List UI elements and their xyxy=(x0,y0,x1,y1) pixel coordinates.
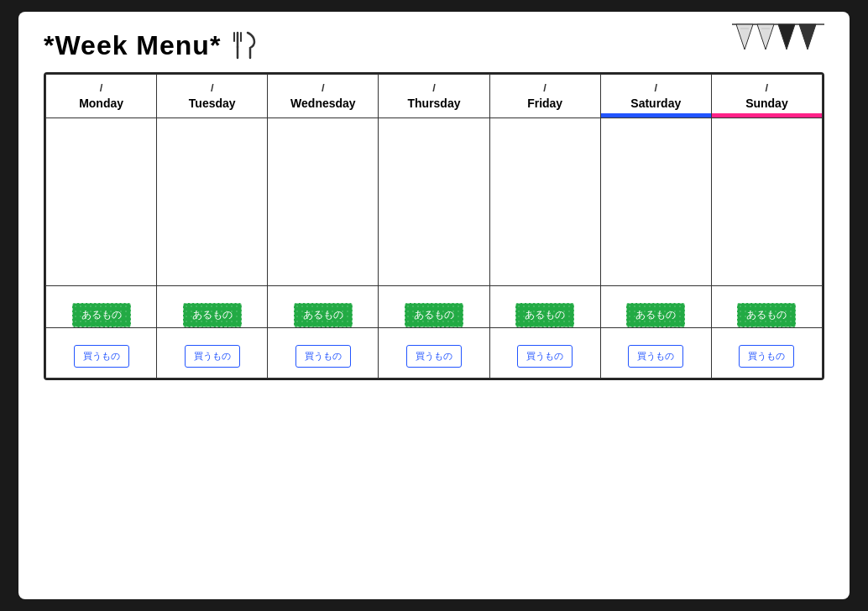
kaumo-sunday[interactable]: 買うもの xyxy=(711,328,822,379)
green-badge-tuesday[interactable]: あるもの xyxy=(183,303,242,327)
arumo-tuesday[interactable]: あるもの xyxy=(157,286,268,328)
green-badge-friday[interactable]: あるもの xyxy=(515,303,574,327)
header-friday: / Friday xyxy=(489,75,600,118)
arumo-sunday[interactable]: あるもの xyxy=(711,286,822,328)
meal-wednesday[interactable] xyxy=(268,118,379,286)
green-badge-saturday[interactable]: あるもの xyxy=(626,303,685,327)
header-wednesday: / Wednesday xyxy=(268,75,379,118)
page-header: *Week Menu* xyxy=(44,29,824,62)
svg-marker-4 xyxy=(799,24,816,50)
meal-row xyxy=(46,118,823,286)
kaumo-row: 買うもの 買うもの 買うもの 買うもの 買うもの 買うもの xyxy=(46,328,823,379)
green-badge-thursday[interactable]: あるもの xyxy=(405,303,463,327)
green-badge-sunday[interactable]: あるもの xyxy=(737,303,796,327)
header-thursday: / Thursday xyxy=(379,75,489,118)
kaumo-tuesday[interactable]: 買うもの xyxy=(157,328,268,379)
blue-badge-sunday[interactable]: 買うもの xyxy=(739,345,794,368)
meal-thursday[interactable] xyxy=(379,118,489,286)
meal-sunday[interactable] xyxy=(711,118,822,286)
page-title: *Week Menu* xyxy=(44,30,221,61)
green-badge-monday[interactable]: あるもの xyxy=(72,303,131,327)
blue-badge-wednesday[interactable]: 買うもの xyxy=(295,345,351,368)
svg-marker-3 xyxy=(778,24,795,50)
blue-badge-friday[interactable]: 買うもの xyxy=(517,345,573,368)
svg-marker-2 xyxy=(757,24,774,50)
header-sunday: / Sunday xyxy=(711,75,822,118)
kaumo-wednesday[interactable]: 買うもの xyxy=(268,328,379,379)
blue-badge-tuesday[interactable]: 買うもの xyxy=(185,345,240,368)
green-badge-wednesday[interactable]: あるもの xyxy=(294,303,353,327)
meal-saturday[interactable] xyxy=(600,118,711,286)
arumo-wednesday[interactable]: あるもの xyxy=(268,286,379,328)
utensils-icon xyxy=(229,29,263,62)
arumo-monday[interactable]: あるもの xyxy=(46,286,157,328)
blue-badge-monday[interactable]: 買うもの xyxy=(74,345,129,368)
meal-friday[interactable] xyxy=(489,118,600,286)
arumo-thursday[interactable]: あるもの xyxy=(379,286,489,328)
header-saturday: / Saturday xyxy=(600,75,711,118)
arumo-row: あるもの あるもの あるもの あるもの あるもの あるもの xyxy=(46,286,823,328)
header-row: / Monday / Tuesday / Wednesday / Thursda… xyxy=(46,75,823,118)
kaumo-friday[interactable]: 買うもの xyxy=(489,328,600,379)
meal-monday[interactable] xyxy=(46,118,157,286)
kaumo-monday[interactable]: 買うもの xyxy=(46,328,157,379)
svg-marker-1 xyxy=(736,24,753,50)
kaumo-thursday[interactable]: 買うもの xyxy=(379,328,489,379)
header-tuesday: / Tuesday xyxy=(157,75,268,118)
meal-tuesday[interactable] xyxy=(157,118,268,286)
weekly-table: / Monday / Tuesday / Wednesday / Thursda… xyxy=(44,72,824,380)
blue-badge-thursday[interactable]: 買うもの xyxy=(406,345,462,368)
arumo-friday[interactable]: あるもの xyxy=(489,286,600,328)
header-monday: / Monday xyxy=(46,75,157,118)
blue-badge-saturday[interactable]: 買うもの xyxy=(628,345,683,368)
kaumo-saturday[interactable]: 買うもの xyxy=(600,328,711,379)
arumo-saturday[interactable]: あるもの xyxy=(600,286,711,328)
page: *Week Menu* xyxy=(18,12,850,599)
